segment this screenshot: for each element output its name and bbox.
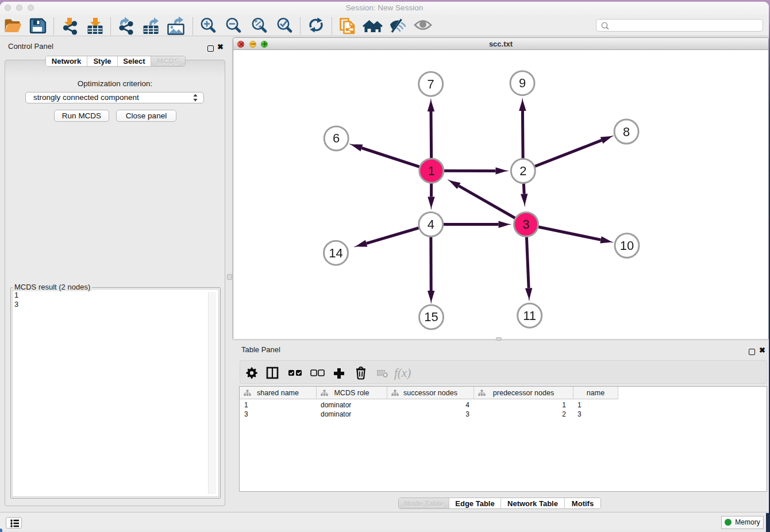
svg-text:4: 4 [428, 217, 434, 232]
svg-text:10: 10 [620, 238, 634, 253]
svg-text:15: 15 [424, 310, 438, 324]
svg-text:14: 14 [329, 246, 342, 260]
svg-text:f(x): f(x) [394, 366, 411, 380]
svg-text:3: 3 [522, 217, 529, 232]
svg-text:1: 1 [428, 164, 435, 178]
svg-text:11: 11 [523, 309, 536, 323]
svg-text:7: 7 [428, 77, 434, 91]
svg-text:8: 8 [623, 125, 630, 139]
svg-text:2: 2 [519, 164, 526, 178]
svg-text:9: 9 [519, 76, 526, 90]
svg-text:6: 6 [333, 131, 340, 145]
